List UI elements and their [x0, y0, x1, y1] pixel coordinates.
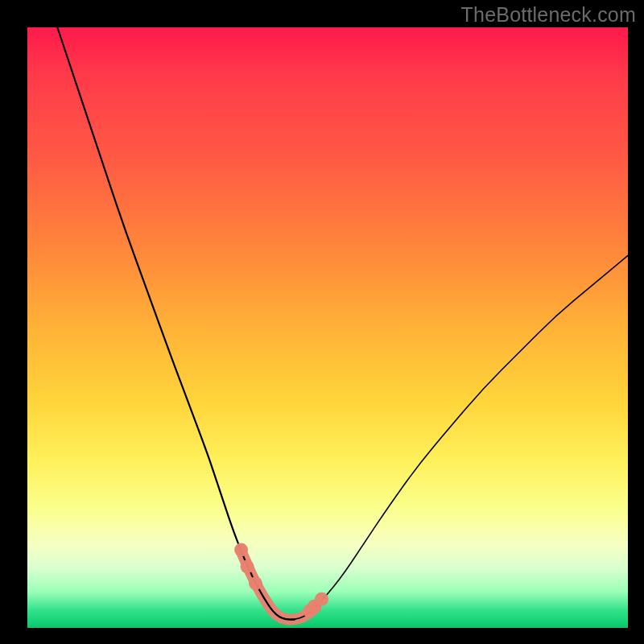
- curve-left: [57, 27, 295, 620]
- highlight-dot: [241, 559, 254, 573]
- highlight-dot: [234, 543, 248, 557]
- highlight-dot: [249, 576, 262, 590]
- highlight-dot: [315, 592, 328, 606]
- plot-area: [27, 27, 628, 628]
- watermark-text: TheBottleneck.com: [461, 3, 636, 27]
- chart-frame: TheBottleneck.com: [0, 0, 644, 644]
- bottleneck-curve: [27, 27, 628, 628]
- curve-right: [279, 255, 628, 619]
